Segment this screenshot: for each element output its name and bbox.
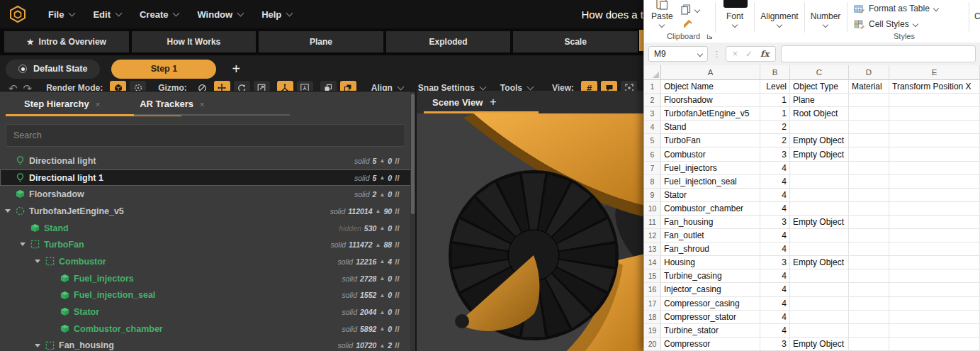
cell-D14[interactable] bbox=[849, 256, 889, 269]
cell-A6[interactable]: Combustor bbox=[661, 147, 760, 161]
tree-item-floorshadow[interactable]: Floorshadowsolid2▲0II bbox=[0, 186, 415, 203]
cell-B5[interactable]: 2 bbox=[760, 134, 790, 147]
cell-D2[interactable] bbox=[849, 94, 889, 107]
cell-B19[interactable]: 4 bbox=[760, 324, 790, 338]
tree-item-stator[interactable]: Statorsolid2044▲0II bbox=[0, 303, 415, 321]
row-header-8[interactable]: 8 bbox=[644, 175, 661, 189]
cell-B9[interactable]: 4 bbox=[760, 189, 790, 202]
3d-viewport[interactable] bbox=[417, 113, 643, 351]
clipboard-dialog-launcher[interactable] bbox=[706, 33, 713, 40]
cell-E8[interactable] bbox=[889, 175, 980, 189]
cell-B16[interactable]: 4 bbox=[760, 283, 790, 296]
cell-A9[interactable]: Stator bbox=[661, 189, 760, 202]
cell-E13[interactable] bbox=[889, 243, 980, 256]
cell-D1[interactable]: Material bbox=[849, 80, 889, 94]
scrollbar-thumb[interactable] bbox=[411, 94, 415, 214]
cell-A13[interactable]: Fan_shroud bbox=[661, 243, 760, 256]
scene-tab-exploded[interactable]: Exploded bbox=[386, 31, 511, 52]
row-header-17[interactable]: 17 bbox=[644, 297, 661, 311]
formula-input[interactable] bbox=[781, 45, 976, 62]
enter-button[interactable]: ✓ bbox=[745, 49, 753, 59]
cell-D15[interactable] bbox=[849, 269, 889, 283]
cell-C13[interactable] bbox=[790, 243, 849, 256]
tree-item-directional-light[interactable]: Directional lightsolid5▲0II bbox=[0, 152, 415, 169]
cell-A5[interactable]: TurboFan bbox=[661, 134, 760, 147]
cell-D8[interactable] bbox=[849, 175, 889, 189]
cell-B10[interactable]: 4 bbox=[760, 202, 790, 216]
cell-A18[interactable]: Compressor_stator bbox=[661, 311, 760, 324]
tree-item-turbofanjetengine-v5[interactable]: TurbofanJetEngine_v5solid112014▲90II bbox=[0, 203, 415, 220]
font-group-button[interactable]: Font bbox=[719, 11, 750, 27]
row-header-1[interactable]: 1 bbox=[644, 80, 661, 94]
format-painter-button[interactable] bbox=[682, 19, 693, 30]
cell-D10[interactable] bbox=[849, 202, 889, 216]
cell-A7[interactable]: Fuel_injectors bbox=[661, 162, 760, 175]
cell-E14[interactable] bbox=[889, 256, 980, 269]
scene-tab-intro-overview[interactable]: ★Intro & Overview bbox=[4, 31, 129, 52]
cell-D11[interactable] bbox=[849, 216, 889, 229]
cell-C11[interactable]: Empty Object bbox=[790, 216, 849, 229]
cell-B13[interactable]: 4 bbox=[760, 243, 790, 256]
cancel-button[interactable]: × bbox=[733, 49, 738, 59]
row-header-16[interactable]: 16 bbox=[644, 283, 661, 296]
scene-view-tab[interactable]: Scene View + bbox=[417, 91, 643, 113]
scene-tab-how-it-works[interactable]: How It Works bbox=[132, 31, 257, 52]
cell-D6[interactable] bbox=[849, 147, 889, 161]
cell-E7[interactable] bbox=[889, 162, 980, 175]
tab-ar-trackers[interactable]: AR Trackers × bbox=[140, 91, 204, 116]
cell-A20[interactable]: Compressor bbox=[661, 338, 760, 351]
menu-item-create[interactable]: Create bbox=[133, 5, 186, 24]
paste-button[interactable]: Paste bbox=[651, 0, 673, 27]
row-header-18[interactable]: 18 bbox=[644, 311, 661, 324]
row-header-5[interactable]: 5 bbox=[644, 134, 661, 147]
cell-B3[interactable]: 1 bbox=[760, 107, 790, 121]
cell-C1[interactable]: Object Type bbox=[790, 80, 849, 94]
app-logo-icon[interactable] bbox=[9, 5, 27, 23]
cell-D17[interactable] bbox=[849, 297, 889, 311]
cell-C2[interactable]: Plane bbox=[790, 94, 849, 107]
format-as-table-button[interactable]: Format as Table bbox=[854, 4, 938, 13]
cell-E20[interactable] bbox=[889, 338, 980, 351]
expander-icon[interactable] bbox=[20, 243, 26, 246]
tree-item-stand[interactable]: Standhidden530▲0II bbox=[0, 220, 415, 237]
number-group-button[interactable]: Number bbox=[807, 11, 844, 27]
row-header-3[interactable]: 3 bbox=[644, 107, 661, 121]
tree-item-fuel-injectors[interactable]: Fuel_injectorssolid2728▲0II bbox=[0, 270, 415, 287]
cell-C20[interactable]: Empty Object bbox=[790, 338, 849, 351]
cell-C18[interactable] bbox=[790, 311, 849, 324]
cell-D20[interactable] bbox=[849, 338, 889, 351]
col-header-C[interactable]: C bbox=[790, 65, 849, 80]
cell-B8[interactable]: 4 bbox=[760, 175, 790, 189]
add-step-button[interactable]: + bbox=[232, 61, 240, 77]
cell-B17[interactable]: 4 bbox=[760, 297, 790, 311]
default-state-button[interactable]: Default State bbox=[6, 60, 100, 79]
cell-C9[interactable] bbox=[790, 189, 849, 202]
cell-C5[interactable]: Empty Object bbox=[790, 134, 849, 147]
cell-A8[interactable]: Fuel_injection_seal bbox=[661, 175, 760, 189]
cell-A2[interactable]: Floorshadow bbox=[661, 94, 760, 107]
cell-C3[interactable]: Root Object bbox=[790, 107, 849, 121]
cell-C17[interactable] bbox=[790, 297, 849, 311]
cell-E5[interactable] bbox=[889, 134, 980, 147]
row-header-14[interactable]: 14 bbox=[644, 256, 661, 269]
row-header-15[interactable]: 15 bbox=[644, 269, 661, 283]
tree-item-combustor-chamber[interactable]: Combustor_chambersolid5892▲0II bbox=[0, 321, 415, 338]
row-header-19[interactable]: 19 bbox=[644, 324, 661, 338]
cell-D5[interactable] bbox=[849, 134, 889, 147]
row-header-11[interactable]: 11 bbox=[644, 216, 661, 229]
cell-B6[interactable]: 3 bbox=[760, 147, 790, 161]
insert-function-button[interactable]: fx bbox=[760, 49, 769, 59]
cell-D12[interactable] bbox=[849, 229, 889, 243]
cell-A1[interactable]: Object Name bbox=[661, 80, 760, 94]
cell-E11[interactable] bbox=[889, 216, 980, 229]
cell-D13[interactable] bbox=[849, 243, 889, 256]
row-header-20[interactable]: 20 bbox=[644, 338, 661, 351]
cell-A11[interactable]: Fan_housing bbox=[661, 216, 760, 229]
cell-C4[interactable] bbox=[790, 121, 849, 134]
row-header-6[interactable]: 6 bbox=[644, 147, 661, 161]
col-header-D[interactable]: D bbox=[849, 65, 889, 80]
cell-A15[interactable]: Turbine_casing bbox=[661, 269, 760, 283]
row-header-13[interactable]: 13 bbox=[644, 243, 661, 256]
row-header-9[interactable]: 9 bbox=[644, 189, 661, 202]
cell-D19[interactable] bbox=[849, 324, 889, 338]
